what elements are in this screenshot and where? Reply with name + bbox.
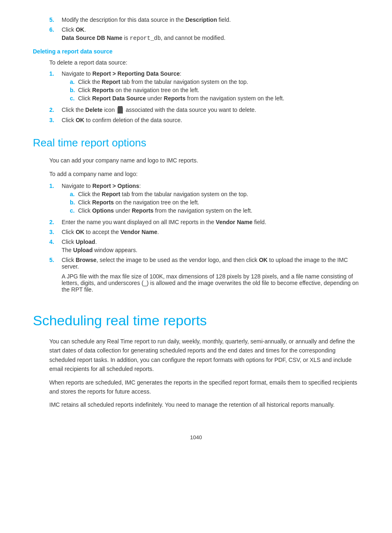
- rt-step-1-bold: Report > Options: [92, 183, 139, 189]
- rt-step-1-sub: a. Click the Report tab from the tabular…: [70, 191, 359, 214]
- real-time-heading: Real time report options: [33, 137, 359, 149]
- rt-step-5-content: Click Browse, select the image to be use…: [62, 257, 359, 293]
- top-steps: 5. Modify the description for this data …: [49, 16, 359, 42]
- rt-step-1b-letter: b.: [70, 199, 78, 206]
- rt-step-1c-bold2: Reports: [132, 207, 154, 214]
- real-time-para1: You can add your company name and logo t…: [49, 156, 359, 165]
- deleting-step-2: 2. Click the Delete icon associated with…: [49, 107, 359, 114]
- rt-step-5-bold2: OK: [259, 257, 267, 263]
- scheduling-content: You can schedule any Real Time report to…: [49, 337, 359, 410]
- rt-step-1a-letter: a.: [70, 191, 78, 197]
- rt-step-4: 4. Click Upload. The Upload window appea…: [49, 239, 359, 253]
- rt-step-1a: a. Click the Report tab from the tabular…: [70, 191, 359, 197]
- rt-step-4-content: Click Upload. The Upload window appears.: [62, 239, 359, 253]
- data-source-note: Data Source DB Name is report_db, and ca…: [62, 35, 359, 42]
- deleting-step-1: 1. Navigate to Report > Reporting Data S…: [49, 70, 359, 103]
- rt-step-2-content: Enter the name you want displayed on all…: [62, 219, 359, 225]
- deleting-step-1b-bold: Reports: [92, 87, 114, 93]
- rt-step-1c-letter: c.: [70, 207, 78, 214]
- deleting-step-1c-letter: c.: [70, 95, 78, 102]
- step-5-num: 5.: [49, 16, 62, 23]
- step-6-num: 6.: [49, 26, 62, 42]
- rt-step-1a-text: Click the Report tab from the tabular na…: [78, 191, 248, 197]
- rt-step-1c: c. Click Options under Reports from the …: [70, 207, 359, 214]
- deleting-step-1-bold: Report > Reporting Data Source: [92, 70, 180, 77]
- step-5-bold: Description: [185, 16, 217, 23]
- deleting-intro: To delete a report data source:: [49, 58, 359, 67]
- deleting-step-1-sub: a. Click the Report tab from the tabular…: [70, 79, 359, 102]
- deleting-step-1c-text: Click Report Data Source under Reports f…: [78, 95, 284, 102]
- deleting-step-3-num: 3.: [49, 117, 62, 123]
- deleting-step-1-content: Navigate to Report > Reporting Data Sour…: [62, 70, 359, 103]
- step-5-content: Modify the description for this data sou…: [62, 16, 359, 23]
- scheduling-para2: When reports are scheduled, IMC generate…: [49, 378, 359, 396]
- deleting-step-2-content: Click the Delete icon associated with th…: [62, 107, 359, 114]
- deleting-step-1a-text: Click the Report tab from the tabular na…: [78, 79, 248, 85]
- rt-step-1c-text: Click Options under Reports from the nav…: [78, 207, 252, 214]
- step-6-content: Click OK. Data Source DB Name is report_…: [62, 26, 359, 42]
- rt-step-4-num: 4.: [49, 239, 62, 253]
- rt-step-1-num: 1.: [49, 183, 62, 216]
- deleting-step-1c-bold2: Reports: [164, 95, 186, 102]
- rt-step-5: 5. Click Browse, select the image to be …: [49, 257, 359, 293]
- delete-icon: [118, 107, 123, 114]
- rt-step-3-bold1: OK: [76, 229, 84, 235]
- data-source-label: Data Source DB Name: [62, 35, 122, 41]
- real-time-para2: To add a company name and logo:: [49, 169, 359, 178]
- rt-step-1-content: Navigate to Report > Options: a. Click t…: [62, 183, 359, 216]
- real-time-content: You can add your company name and logo t…: [49, 156, 359, 293]
- rt-step-5-num: 5.: [49, 257, 62, 293]
- deleting-step-1c: c. Click Report Data Source under Report…: [70, 95, 359, 102]
- rt-step-1b-text: Click Reports on the navigation tree on …: [78, 199, 199, 206]
- rt-step-4-bold: Upload: [76, 239, 95, 245]
- deleting-step-1b-letter: b.: [70, 87, 78, 93]
- scheduling-heading: Scheduling real time reports: [33, 313, 359, 329]
- step-5: 5. Modify the description for this data …: [49, 16, 359, 23]
- rt-step-1a-bold: Report: [102, 191, 120, 197]
- rt-step-4-subnote-bold: Upload: [73, 247, 92, 253]
- deleting-step-3-content: Click OK to confirm deletion of the data…: [62, 117, 359, 123]
- rt-step-1: 1. Navigate to Report > Options: a. Clic…: [49, 183, 359, 216]
- deleting-step-1a-letter: a.: [70, 79, 78, 85]
- rt-step-3: 3. Click OK to accept the Vendor Name.: [49, 229, 359, 235]
- deleting-step-1b-text: Click Reports on the navigation tree on …: [78, 87, 199, 93]
- scheduling-para3: IMC retains all scheduled reports indefi…: [49, 400, 359, 409]
- rt-step-2-bold: Vendor Name: [216, 219, 252, 225]
- rt-step-1b: b. Click Reports on the navigation tree …: [70, 199, 359, 206]
- rt-step-1b-bold: Reports: [92, 199, 114, 206]
- page-footer: 1040: [33, 434, 359, 440]
- deleting-subheading: Deleting a report data source: [33, 48, 359, 55]
- deleting-list: To delete a report data source: 1. Navig…: [49, 58, 359, 123]
- rt-step-2: 2. Enter the name you want displayed on …: [49, 219, 359, 225]
- rt-step-3-num: 3.: [49, 229, 62, 235]
- deleting-step-1a-bold: Report: [102, 79, 120, 85]
- rt-step-5-bold1: Browse: [76, 257, 97, 263]
- step-6: 6. Click OK. Data Source DB Name is repo…: [49, 26, 359, 42]
- data-source-code: report_db: [130, 35, 161, 42]
- deleting-step-1a: a. Click the Report tab from the tabular…: [70, 79, 359, 85]
- scheduling-para1: You can schedule any Real Time report to…: [49, 337, 359, 374]
- page-number: 1040: [190, 434, 202, 440]
- deleting-step-3: 3. Click OK to confirm deletion of the d…: [49, 117, 359, 123]
- rt-step-2-num: 2.: [49, 219, 62, 225]
- rt-step-1c-bold1: Options: [92, 207, 114, 214]
- deleting-step-1-num: 1.: [49, 70, 62, 103]
- step-6-bold: OK: [76, 26, 84, 33]
- page-content: 5. Modify the description for this data …: [33, 16, 359, 440]
- data-source-text-end: , and cannot be modified.: [161, 35, 225, 41]
- deleting-step-3-bold: OK: [76, 117, 84, 123]
- deleting-step-1b: b. Click Reports on the navigation tree …: [70, 87, 359, 93]
- deleting-step-1c-bold1: Report Data Source: [92, 95, 146, 102]
- rt-step-3-bold2: Vendor Name: [120, 229, 157, 235]
- deleting-step-2-num: 2.: [49, 107, 62, 114]
- rt-step-4-subnote: The Upload window appears.: [62, 247, 359, 253]
- rt-step-5-subnote: A JPG file with the max file size of 100…: [62, 273, 359, 293]
- deleting-step-2-bold: Delete: [85, 107, 103, 113]
- rt-step-3-content: Click OK to accept the Vendor Name.: [62, 229, 359, 235]
